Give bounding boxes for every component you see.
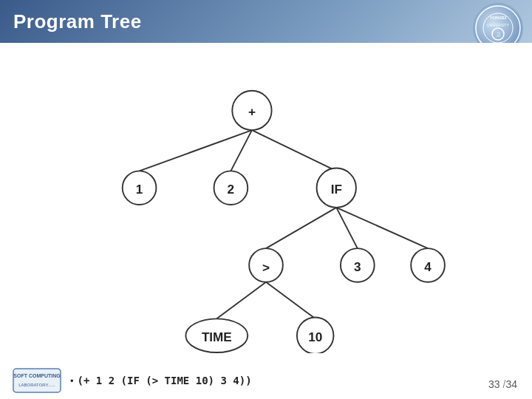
node-2-label: 2 (228, 182, 235, 197)
svg-line-10 (336, 208, 358, 248)
svg-text:SOFT COMPUTING: SOFT COMPUTING (13, 373, 61, 378)
node-plus-label: + (248, 104, 256, 119)
svg-rect-14 (13, 369, 61, 392)
node-10-label: 10 (308, 330, 322, 344)
svg-line-13 (266, 282, 316, 319)
svg-text:YONSEI: YONSEI (490, 16, 507, 20)
svg-text:LABORATORY......: LABORATORY...... (18, 383, 55, 387)
expression-code: (+ 1 2 (IF (> TIME 10) 3 4)) (78, 375, 252, 386)
node-time-label: TIME (202, 330, 232, 344)
main-content: + 1 2 IF > 3 4 TIME 10 (0, 43, 532, 399)
node-1-label: 1 (136, 182, 143, 197)
node-if-label: IF (331, 182, 342, 197)
total-pages: 34 (505, 378, 517, 390)
svg-line-9 (266, 208, 336, 248)
tree-diagram: + 1 2 IF > 3 4 TIME 10 (0, 58, 532, 353)
page-number: 33 /34 (488, 378, 517, 390)
node-4-label: 4 (424, 259, 432, 274)
bullet-point: • (70, 375, 74, 386)
svg-line-11 (336, 208, 428, 248)
header: Program Tree (0, 0, 532, 43)
bottom-bar: SOFT COMPUTING LABORATORY...... • (+ 1 2… (0, 362, 532, 399)
svg-text:UNIVERSITY: UNIVERSITY (487, 23, 510, 27)
page-title: Program Tree (13, 10, 142, 33)
svg-text:교: 교 (496, 32, 501, 37)
svg-line-8 (252, 130, 336, 171)
svg-line-6 (140, 130, 252, 171)
lab-logo: SOFT COMPUTING LABORATORY...... (11, 366, 63, 395)
current-page: 33 (488, 378, 500, 390)
node-3-label: 3 (354, 259, 361, 274)
node-gt-label: > (262, 260, 270, 275)
svg-line-12 (216, 282, 266, 319)
